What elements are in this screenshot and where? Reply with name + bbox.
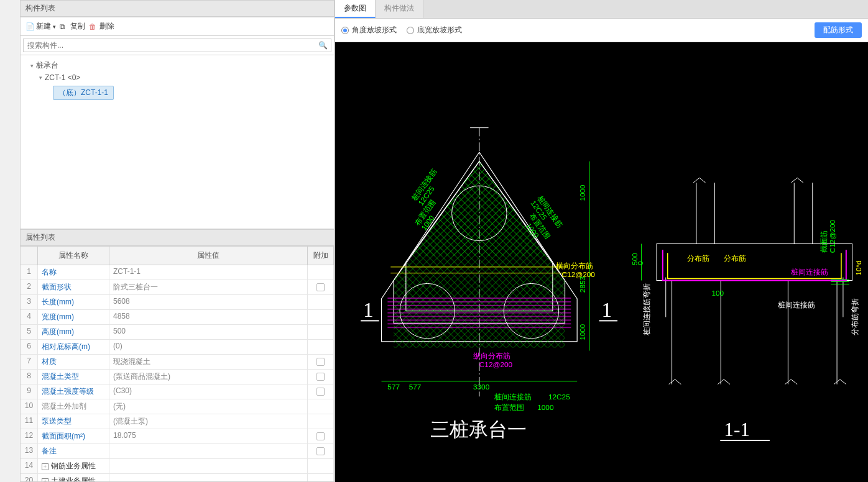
property-row[interactable]: 10混凝土外加剂(无)	[21, 399, 334, 414]
search-input[interactable]	[23, 39, 331, 52]
tree-root[interactable]: ▾ 桩承台	[23, 59, 331, 72]
delete-button[interactable]: 🗑 删除	[89, 21, 114, 32]
dim-3300: 3300	[473, 383, 490, 391]
component-toolbar: 📄 新建 ▾ ⧉ 复制 🗑 删除	[20, 17, 335, 36]
svg-rect-12	[387, 296, 571, 329]
rebar-form-button[interactable]: 配筋形式	[815, 22, 862, 38]
header-value: 属性值	[109, 247, 308, 265]
property-row[interactable]: 5高度(mm)500	[21, 325, 334, 340]
component-list-header: 构件列表	[20, 0, 335, 17]
tree-collapse-icon[interactable]: ▾	[39, 75, 42, 81]
tab-param-diagram[interactable]: 参数图	[335, 0, 376, 18]
property-row[interactable]: 9混凝土强度等级(C30)	[21, 384, 334, 399]
slope-options: 角度放坡形式 底宽放坡形式 配筋形式	[335, 19, 868, 42]
property-list-header: 属性列表	[20, 229, 335, 246]
property-row[interactable]: 2截面形状阶式三桩台一	[21, 280, 334, 295]
label-dist-1: 分布筋	[687, 254, 709, 263]
header-idx	[21, 247, 38, 265]
trash-icon: 🗑	[89, 22, 98, 31]
property-row[interactable]: 7材质现浇混凝土	[21, 355, 334, 370]
new-icon: 📄	[25, 22, 34, 31]
copy-button[interactable]: ⧉ 复制	[60, 21, 85, 32]
label-vdist-v: C12@200	[479, 360, 513, 369]
new-button[interactable]: 📄 新建 ▾	[25, 21, 56, 32]
view-tabs: 参数图 构件做法	[335, 0, 868, 19]
label-conn-bottom: 桩间连接筋	[494, 393, 532, 401]
component-tree: ▾ 桩承台 ▾ ZCT-1 <0> （底）ZCT-1-1	[20, 55, 335, 229]
dim-577b: 577	[409, 383, 422, 391]
tab-component-method[interactable]: 构件做法	[376, 0, 423, 18]
property-row[interactable]: 12截面面积(m²)18.075	[21, 429, 334, 444]
copy-icon: ⧉	[60, 22, 68, 31]
plan-title: 三桩承台一	[430, 419, 527, 440]
label-face: 截面筋	[820, 230, 828, 253]
label-dist-bend: 分布筋弯折	[851, 298, 859, 335]
label-conn-bend: 桩间连接筋弯折	[642, 283, 651, 336]
label-10d: 10*d	[854, 260, 863, 275]
label-range-bottom: 布置范围	[494, 403, 524, 412]
label-vdist: 纵向分布筋	[473, 352, 510, 360]
dim-577a: 577	[387, 383, 400, 391]
label-rebar-bottom: 12C25	[548, 393, 570, 401]
section-mark-right: 1	[602, 299, 612, 322]
tree-leaf-selected[interactable]: （底）ZCT-1-1	[53, 86, 114, 100]
label-conn-below: 桩间连接筋	[777, 301, 815, 309]
section-mark-left: 1	[363, 299, 374, 322]
dim-1000a: 1000	[578, 184, 587, 201]
property-row[interactable]: 11泵送类型(混凝土泵)	[21, 414, 334, 429]
search-icon[interactable]: 🔍	[318, 41, 328, 50]
radio-icon	[341, 27, 349, 34]
dim-100: 100	[712, 289, 724, 298]
property-row[interactable]: 6相对底标高(m)(0)	[21, 340, 334, 355]
label-face-v: C12@200	[828, 220, 837, 253]
property-row[interactable]: 8混凝土类型(泵送商品混凝土)	[21, 370, 334, 384]
header-name: 属性名称	[38, 247, 109, 265]
property-table: 属性名称 属性值 附加 1名称ZCT-1-12截面形状阶式三桩台一3长度(mm)…	[20, 246, 335, 482]
dim-2853: 2853	[578, 276, 587, 293]
label-dist-2: 分布筋	[724, 254, 746, 263]
property-row[interactable]: 3长度(mm)5608	[21, 295, 334, 310]
cad-canvas[interactable]: 1 1 桩间连接筋 12C25 布置范围 1000 桩间连接筋 12C25 布置…	[335, 42, 868, 482]
radio-angle-slope[interactable]: 角度放坡形式	[341, 25, 397, 35]
dim-1000b: 1000	[578, 324, 587, 340]
property-row[interactable]: 14+钢筋业务属性	[21, 459, 334, 474]
dim-0: 0	[636, 261, 645, 265]
property-row[interactable]: 13备注	[21, 444, 334, 459]
radio-icon	[407, 27, 414, 34]
tree-collapse-icon[interactable]: ▾	[30, 63, 34, 69]
radio-width-slope[interactable]: 底宽放坡形式	[407, 25, 462, 35]
property-row[interactable]: 20+土建业务属性	[21, 474, 334, 482]
property-row[interactable]: 4宽度(mm)4858	[21, 310, 334, 325]
chevron-down-icon: ▾	[53, 24, 56, 30]
tree-child[interactable]: ▾ ZCT-1 <0>	[23, 72, 331, 83]
property-row[interactable]: 1名称ZCT-1-1	[21, 265, 334, 280]
label-range-val-bottom: 1000	[537, 403, 554, 412]
label-conn-section: 桩间连接筋	[790, 268, 828, 276]
label-hdist: 横向分布筋	[556, 261, 593, 270]
header-extra: 附加	[308, 247, 334, 265]
section-title: 1-1	[724, 419, 750, 440]
